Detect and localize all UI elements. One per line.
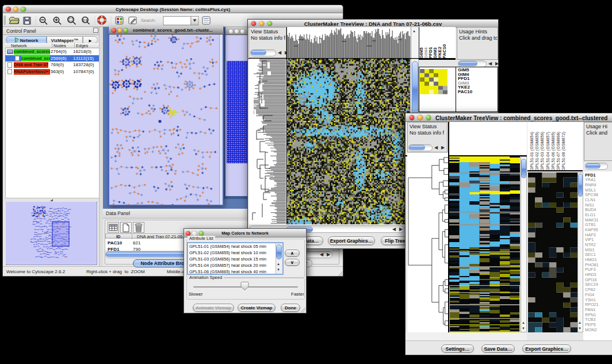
svg-text:GPL51-08 (GSM872): GPL51-08 (GSM872) <box>561 132 566 171</box>
svg-text:GPL51-02 (GSM855): GPL51-02 (GSM855) <box>534 132 540 171</box>
svg-text:GPL51-04 (GSM857): GPL51-04 (GSM857) <box>545 132 550 171</box>
svg-text:Search:: Search: <box>141 18 156 23</box>
svg-text:GPL51-06 (GSM865): GPL51-06 (GSM865) <box>550 132 556 171</box>
svg-text:GPL51-03 (GSM856): GPL51-03 (GSM856) <box>540 132 545 171</box>
svg-text:GPL51-07 (GSM868): GPL51-07 (GSM868) <box>556 132 561 171</box>
svg-text:GPL51-01 (GSM854): GPL51-01 (GSM854) <box>529 132 534 171</box>
svg-text:1:1: 1:1 <box>83 18 87 22</box>
svg-text:PAC10: PAC10 <box>442 44 447 59</box>
